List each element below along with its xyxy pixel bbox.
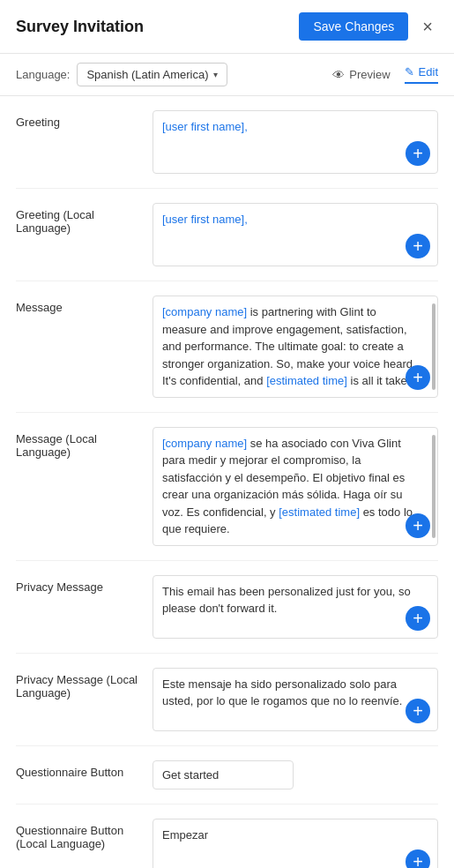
greeting-local-textarea[interactable]: [user first name], + xyxy=(153,203,438,266)
field-row-questionnaire-btn: Questionnaire Button xyxy=(16,746,438,804)
message-time-tag: [estimated time] xyxy=(266,374,347,387)
field-content-questionnaire-btn xyxy=(153,760,438,789)
message-local-time-tag: [estimated time] xyxy=(279,505,360,519)
message-local-add-button[interactable]: + xyxy=(406,513,430,538)
field-content-message: [company name] is partnering with Glint … xyxy=(153,296,438,398)
greeting-local-placeholder: [user first name], xyxy=(162,213,248,226)
field-label-greeting: Greeting xyxy=(16,110,153,129)
message-local-textarea[interactable]: [company name] se ha asociado con Viva G… xyxy=(153,427,438,546)
field-row-greeting: Greeting [user first name], + xyxy=(16,96,438,189)
toolbar: Language: Spanish (Latin America) ▾ 👁 Pr… xyxy=(0,54,454,96)
greeting-local-add-button[interactable]: + xyxy=(406,234,430,258)
view-tabs: 👁 Preview ✎ Edit xyxy=(332,65,438,84)
questionnaire-local-add-button[interactable]: + xyxy=(406,849,430,869)
field-label-message-local: Message (Local Language) xyxy=(16,427,153,459)
close-button[interactable]: × xyxy=(417,16,438,37)
eye-icon: 👁 xyxy=(332,68,345,82)
header-actions: Save Changes × xyxy=(299,12,438,41)
field-content-greeting-local: [user first name], + xyxy=(153,203,438,266)
scrollbar-local xyxy=(432,435,435,538)
field-row-greeting-local: Greeting (Local Language) [user first na… xyxy=(16,189,438,281)
field-row-message-local: Message (Local Language) [company name] … xyxy=(16,413,438,561)
scrollbar xyxy=(432,303,435,390)
privacy-textarea[interactable]: This email has been personalized just fo… xyxy=(153,575,438,639)
field-content-questionnaire-local: Empezar + xyxy=(153,819,438,869)
tab-preview[interactable]: 👁 Preview xyxy=(332,68,390,82)
field-row-privacy: Privacy Message This email has been pers… xyxy=(16,561,438,654)
field-content-privacy-local: Este mensaje ha sido personalizado solo … xyxy=(153,668,438,731)
field-label-privacy-local: Privacy Message (Local Language) xyxy=(16,668,153,700)
page-title: Survey Invitation xyxy=(16,18,144,36)
field-content-privacy: This email has been personalized just fo… xyxy=(153,575,438,639)
preview-label: Preview xyxy=(349,68,390,81)
message-textarea[interactable]: [company name] is partnering with Glint … xyxy=(153,296,438,398)
greeting-add-button[interactable]: + xyxy=(406,141,430,166)
field-content-greeting: [user first name], + xyxy=(153,110,438,174)
header: Survey Invitation Save Changes × xyxy=(0,0,454,54)
field-content-message-local: [company name] se ha asociado con Viva G… xyxy=(153,427,438,546)
greeting-textarea[interactable]: [user first name], + xyxy=(153,110,438,174)
chevron-down-icon: ▾ xyxy=(213,70,218,79)
privacy-value: This email has been personalized just fo… xyxy=(162,585,411,616)
privacy-local-textarea[interactable]: Este mensaje ha sido personalizado solo … xyxy=(153,668,438,731)
privacy-add-button[interactable]: + xyxy=(406,606,430,631)
field-row-questionnaire-local: Questionnaire Button (Local Language) Em… xyxy=(16,804,438,869)
privacy-local-value: Este mensaje ha sido personalizado solo … xyxy=(162,677,402,708)
edit-label: Edit xyxy=(419,65,438,79)
language-value: Spanish (Latin America) xyxy=(86,68,208,81)
message-company-tag: [company name] xyxy=(162,305,247,318)
save-button[interactable]: Save Changes xyxy=(299,12,408,41)
questionnaire-local-textarea[interactable]: Empezar + xyxy=(153,819,438,869)
language-dropdown[interactable]: Spanish (Latin America) ▾ xyxy=(77,63,227,86)
pencil-icon: ✎ xyxy=(405,65,414,79)
field-row-message: Message [company name] is partnering wit… xyxy=(16,281,438,413)
field-label-questionnaire-local: Questionnaire Button (Local Language) xyxy=(16,819,153,850)
content-area: Greeting [user first name], + Greeting (… xyxy=(0,96,454,868)
tab-edit[interactable]: ✎ Edit xyxy=(405,65,438,84)
questionnaire-btn-input[interactable] xyxy=(153,760,294,789)
field-label-privacy: Privacy Message xyxy=(16,575,153,594)
privacy-local-add-button[interactable]: + xyxy=(406,699,430,723)
field-label-message: Message xyxy=(16,296,153,314)
questionnaire-local-value: Empezar xyxy=(162,828,208,842)
message-add-button[interactable]: + xyxy=(406,365,430,390)
language-selector: Language: Spanish (Latin America) ▾ xyxy=(16,63,227,86)
field-label-questionnaire-btn: Questionnaire Button xyxy=(16,760,153,779)
field-row-privacy-local: Privacy Message (Local Language) Este me… xyxy=(16,654,438,746)
field-label-greeting-local: Greeting (Local Language) xyxy=(16,203,153,235)
language-label: Language: xyxy=(16,68,70,81)
message-local-company-tag: [company name] xyxy=(162,437,247,450)
greeting-placeholder: [user first name], xyxy=(162,120,248,133)
